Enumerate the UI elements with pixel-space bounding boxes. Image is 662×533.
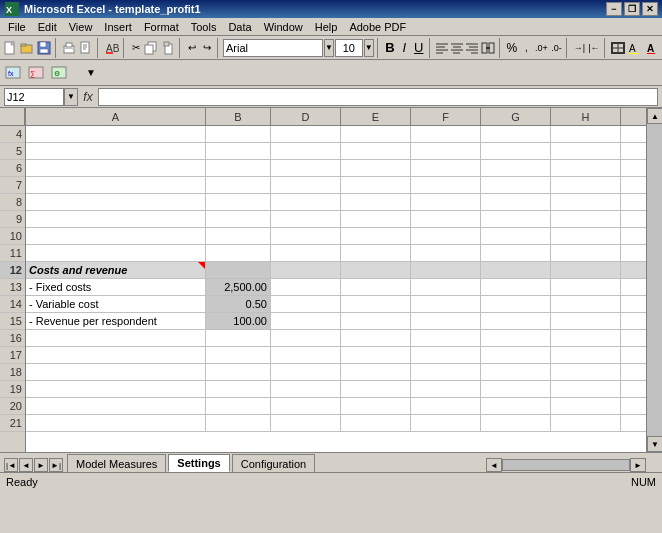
cell-b18[interactable] — [206, 364, 271, 380]
cell-h10[interactable] — [551, 228, 621, 244]
align-center-button[interactable] — [450, 38, 464, 58]
cell-i11[interactable] — [621, 245, 646, 261]
cell-h12[interactable] — [551, 262, 621, 278]
scroll-down-button[interactable]: ▼ — [647, 436, 662, 452]
cell-b7[interactable] — [206, 177, 271, 193]
cell-g18[interactable] — [481, 364, 551, 380]
cell-a9[interactable] — [26, 211, 206, 227]
cell-i9[interactable] — [621, 211, 646, 227]
cell-e13[interactable] — [341, 279, 411, 295]
cell-a7[interactable] — [26, 177, 206, 193]
row-num-7[interactable]: 7 — [0, 177, 25, 194]
cell-h9[interactable] — [551, 211, 621, 227]
cell-i17[interactable] — [621, 347, 646, 363]
cell-h15[interactable] — [551, 313, 621, 329]
hscroll-right-button[interactable]: ► — [630, 458, 646, 472]
col-header-a[interactable]: A — [26, 108, 206, 125]
restore-button[interactable]: ❐ — [624, 2, 640, 16]
cell-b19[interactable] — [206, 381, 271, 397]
cell-a16[interactable] — [26, 330, 206, 346]
cell-i6[interactable] — [621, 160, 646, 176]
col-header-g[interactable]: G — [481, 108, 551, 125]
cell-f15[interactable] — [411, 313, 481, 329]
cell-f5[interactable] — [411, 143, 481, 159]
cell-b20[interactable] — [206, 398, 271, 414]
preview-button[interactable] — [78, 38, 94, 58]
cell-a12[interactable]: Costs and revenue — [26, 262, 206, 278]
decrease-indent-button[interactable]: |← — [587, 38, 600, 58]
cell-h17[interactable] — [551, 347, 621, 363]
close-button[interactable]: ✕ — [642, 2, 658, 16]
font-color-button[interactable]: A — [644, 38, 660, 58]
cell-a17[interactable] — [26, 347, 206, 363]
tab-model-measures[interactable]: Model Measures — [67, 454, 166, 472]
cell-b13[interactable]: 2,500.00 — [206, 279, 271, 295]
row-num-20[interactable]: 20 — [0, 398, 25, 415]
cell-f16[interactable] — [411, 330, 481, 346]
cell-d5[interactable] — [271, 143, 341, 159]
cell-g14[interactable] — [481, 296, 551, 312]
cell-i18[interactable] — [621, 364, 646, 380]
col-header-d[interactable]: D — [271, 108, 341, 125]
row-num-10[interactable]: 10 — [0, 228, 25, 245]
undo-button[interactable]: ↩ — [186, 38, 199, 58]
tab-configuration[interactable]: Configuration — [232, 454, 315, 472]
cell-d18[interactable] — [271, 364, 341, 380]
cell-a10[interactable] — [26, 228, 206, 244]
cell-i5[interactable] — [621, 143, 646, 159]
cell-g11[interactable] — [481, 245, 551, 261]
cell-d6[interactable] — [271, 160, 341, 176]
cell-e12[interactable] — [341, 262, 411, 278]
col-header-f[interactable]: F — [411, 108, 481, 125]
cell-b21[interactable] — [206, 415, 271, 431]
row-num-19[interactable]: 19 — [0, 381, 25, 398]
cell-d14[interactable] — [271, 296, 341, 312]
cell-f8[interactable] — [411, 194, 481, 210]
font-size-dropdown[interactable]: ▼ — [364, 39, 374, 57]
menu-format[interactable]: Format — [138, 20, 185, 34]
cell-b14[interactable]: 0.50 — [206, 296, 271, 312]
cell-g15[interactable] — [481, 313, 551, 329]
cell-b6[interactable] — [206, 160, 271, 176]
copy-button[interactable] — [143, 38, 159, 58]
cell-d11[interactable] — [271, 245, 341, 261]
cell-f13[interactable] — [411, 279, 481, 295]
cell-b11[interactable] — [206, 245, 271, 261]
row-num-14[interactable]: 14 — [0, 296, 25, 313]
cell-e7[interactable] — [341, 177, 411, 193]
italic-button[interactable]: I — [398, 38, 411, 58]
cell-i10[interactable] — [621, 228, 646, 244]
increase-decimal-button[interactable]: .0+ — [534, 38, 549, 58]
row-num-9[interactable]: 9 — [0, 211, 25, 228]
cell-i8[interactable] — [621, 194, 646, 210]
row-num-16[interactable]: 16 — [0, 330, 25, 347]
cell-h4[interactable] — [551, 126, 621, 142]
cell-i15[interactable] — [621, 313, 646, 329]
cell-b16[interactable] — [206, 330, 271, 346]
cell-f11[interactable] — [411, 245, 481, 261]
cell-e16[interactable] — [341, 330, 411, 346]
cell-e5[interactable] — [341, 143, 411, 159]
cell-e18[interactable] — [341, 364, 411, 380]
tab-prev-button[interactable]: ◄ — [19, 458, 33, 472]
cell-f14[interactable] — [411, 296, 481, 312]
cell-e21[interactable] — [341, 415, 411, 431]
cell-a8[interactable] — [26, 194, 206, 210]
fill-color-button[interactable]: A — [627, 38, 643, 58]
cell-d16[interactable] — [271, 330, 341, 346]
cell-e10[interactable] — [341, 228, 411, 244]
open-button[interactable] — [19, 38, 35, 58]
cell-i4[interactable] — [621, 126, 646, 142]
cell-g12[interactable] — [481, 262, 551, 278]
font-size-input[interactable] — [335, 39, 363, 57]
cell-g5[interactable] — [481, 143, 551, 159]
cell-d9[interactable] — [271, 211, 341, 227]
font-name-input[interactable] — [223, 39, 323, 57]
menu-adobe[interactable]: Adobe PDF — [343, 20, 412, 34]
cell-e14[interactable] — [341, 296, 411, 312]
cell-b9[interactable] — [206, 211, 271, 227]
cell-f7[interactable] — [411, 177, 481, 193]
cell-g16[interactable] — [481, 330, 551, 346]
menu-edit[interactable]: Edit — [32, 20, 63, 34]
save-button[interactable] — [36, 38, 52, 58]
